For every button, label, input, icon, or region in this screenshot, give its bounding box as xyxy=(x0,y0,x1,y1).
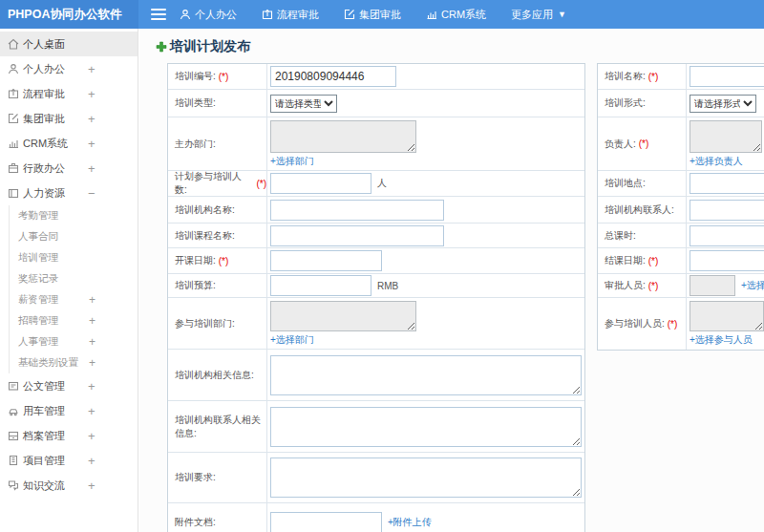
participate-dept-textarea[interactable] xyxy=(270,301,416,331)
select-leader-link[interactable]: +选择负责人 xyxy=(690,155,743,168)
field-label: 参与培训部门: xyxy=(175,317,235,330)
field-label: 培训编号: xyxy=(175,70,216,83)
topnav-more-apps[interactable]: 更多应用 ▼ xyxy=(511,8,566,22)
expand-icon[interactable]: + xyxy=(88,161,96,176)
sidebar-item-label: 人力资源 xyxy=(23,186,65,201)
sidebar-subitem-reward-record[interactable]: 奖惩记录 xyxy=(10,268,138,289)
sidebar-item-archive[interactable]: 档案管理 + xyxy=(0,423,138,448)
expand-icon[interactable]: + xyxy=(89,293,96,307)
org-contact-input[interactable] xyxy=(690,200,764,221)
sidebar-item-knowledge[interactable]: 知识交流 + xyxy=(0,473,138,498)
sidebar-subitem-salary[interactable]: 薪资管理+ xyxy=(10,289,138,310)
start-date-input[interactable] xyxy=(270,250,382,271)
topnav-crm[interactable]: CRM系统 xyxy=(426,8,486,22)
sidebar-subitem-hr-contract[interactable]: 人事合同 xyxy=(10,226,138,247)
sidebar-subitem-label: 人事合同 xyxy=(18,230,58,244)
required-marker: (*) xyxy=(256,179,266,189)
course-name-input[interactable] xyxy=(270,225,444,246)
training-location-input[interactable] xyxy=(690,173,764,194)
attachment-upload-link[interactable]: +附件上传 xyxy=(388,516,432,529)
training-name-input[interactable] xyxy=(690,66,764,87)
field-label: 培训地点: xyxy=(605,177,646,190)
sidebar-subitem-label: 基础类别设置 xyxy=(18,356,78,370)
participants-textarea[interactable] xyxy=(690,301,764,331)
select-dept-link[interactable]: +选择部门 xyxy=(270,333,314,347)
select-dept-link[interactable]: +选择部门 xyxy=(270,155,314,168)
book-icon xyxy=(8,187,19,199)
approver-input[interactable] xyxy=(690,275,735,296)
expand-icon[interactable]: + xyxy=(88,62,96,76)
form-row-training-name: 培训名称:(*) xyxy=(598,64,764,90)
field-label: 审批人员: xyxy=(605,279,646,292)
field-label: 培训机构相关信息: xyxy=(175,369,254,382)
expand-icon[interactable]: + xyxy=(89,314,96,328)
select-approver-link[interactable]: +选择审批人员 xyxy=(741,279,764,292)
topnav-label: 集团审批 xyxy=(359,8,401,22)
sidebar-item-personal-office[interactable]: 个人办公 + xyxy=(0,56,138,81)
training-type-select[interactable]: 请选择类型 xyxy=(270,95,337,113)
sidebar-subitem-attendance[interactable]: 考勤管理 xyxy=(10,205,138,226)
sidebar-subitem-label: 培训管理 xyxy=(18,251,58,265)
sidebar-item-label: 档案管理 xyxy=(23,429,65,443)
doc-icon xyxy=(8,380,19,392)
training-form-select[interactable]: 请选择形式 xyxy=(690,95,756,113)
home-icon xyxy=(8,38,19,50)
expand-icon[interactable]: + xyxy=(88,379,96,394)
sidebar-item-flow-approval[interactable]: 流程审批 + xyxy=(0,81,138,106)
sidebar-item-label: 用车管理 xyxy=(23,404,65,418)
select-participants-link[interactable]: +选择参与人员 xyxy=(690,333,753,347)
field-label: 培训形式: xyxy=(605,96,646,110)
training-requirements-textarea[interactable] xyxy=(270,458,582,498)
form-row-planned-participants: 计划参与培训人数:(*) 人 xyxy=(168,171,584,197)
field-label: 培训名称: xyxy=(605,70,646,83)
attachment-input[interactable] xyxy=(270,512,382,532)
sidebar-subitem-training[interactable]: 培训管理 xyxy=(10,247,138,268)
end-date-input[interactable] xyxy=(690,250,764,271)
field-label: 培训机构联系人: xyxy=(605,203,674,217)
collapse-icon[interactable]: − xyxy=(88,186,96,201)
org-contact-info-textarea[interactable] xyxy=(270,407,582,447)
training-no-input[interactable] xyxy=(270,66,396,87)
expand-icon[interactable]: + xyxy=(88,404,96,418)
form-row-org-contact: 培训机构联系人: xyxy=(598,197,764,223)
form-row-start-date: 开课日期:(*) xyxy=(168,248,584,274)
flow-icon xyxy=(8,88,19,99)
sidebar-subitem-recruit[interactable]: 招聘管理+ xyxy=(10,310,138,331)
org-info-textarea[interactable] xyxy=(270,355,582,395)
sidebar-item-hr[interactable]: 人力资源 − xyxy=(0,181,138,205)
planned-participants-input[interactable] xyxy=(270,173,371,194)
sidebar-subitem-base-category[interactable]: 基础类别设置+ xyxy=(10,352,138,373)
sidebar-item-vehicle[interactable]: 用车管理 + xyxy=(0,398,138,423)
topnav-group-approval[interactable]: 集团审批 xyxy=(344,8,401,22)
topnav-personal-office[interactable]: 个人办公 xyxy=(180,8,237,22)
training-org-name-input[interactable] xyxy=(270,200,444,221)
sidebar-item-admin-office[interactable]: 行政办公 + xyxy=(0,156,138,181)
expand-icon[interactable]: + xyxy=(88,429,96,443)
sidebar-subitem-personnel[interactable]: 人事管理+ xyxy=(10,331,138,352)
sidebar-item-crm[interactable]: CRM系统 + xyxy=(0,131,138,156)
expand-icon[interactable]: + xyxy=(88,479,96,493)
host-dept-textarea[interactable] xyxy=(270,120,416,153)
form-row-end-date: 结课日期:(*) xyxy=(598,248,764,274)
expand-icon[interactable]: + xyxy=(88,454,96,468)
expand-icon[interactable]: + xyxy=(88,112,96,126)
field-label: 培训要求: xyxy=(175,471,216,484)
leader-textarea[interactable] xyxy=(690,120,762,153)
field-label: 培训机构名称: xyxy=(175,203,235,217)
total-hours-input[interactable] xyxy=(690,225,764,246)
sidebar-item-project[interactable]: 项目管理 + xyxy=(0,448,138,473)
expand-icon[interactable]: + xyxy=(89,335,96,349)
sidebar-item-label: 集团审批 xyxy=(23,112,65,126)
topnav-flow-approval[interactable]: 流程审批 xyxy=(262,8,319,22)
sidebar-item-official-doc[interactable]: 公文管理 + xyxy=(0,373,138,398)
chat-icon xyxy=(8,479,19,491)
expand-icon[interactable]: + xyxy=(88,87,96,101)
budget-input[interactable] xyxy=(270,275,371,296)
hamburger-menu-icon[interactable] xyxy=(151,6,166,23)
expand-icon[interactable]: + xyxy=(89,356,96,370)
form-row-org-info: 培训机构相关信息: xyxy=(168,350,584,401)
expand-icon[interactable]: + xyxy=(88,137,96,151)
sidebar-item-personal-desktop[interactable]: 个人桌面 xyxy=(0,32,138,56)
sidebar-item-group-approval[interactable]: 集团审批 + xyxy=(0,106,138,131)
project-icon xyxy=(8,455,19,466)
